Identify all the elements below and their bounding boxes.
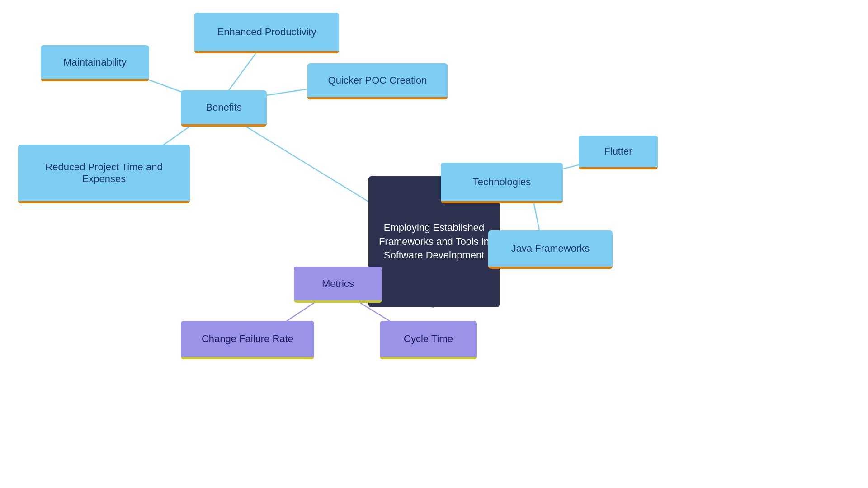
enhanced-productivity-node: Enhanced Productivity <box>194 13 339 53</box>
metrics-node: Metrics <box>294 267 382 303</box>
reduced-project-node: Reduced Project Time and Expenses <box>18 145 190 203</box>
cycle-time-node: Cycle Time <box>380 321 477 359</box>
quicker-poc-node: Quicker POC Creation <box>307 63 448 99</box>
flutter-node: Flutter <box>579 136 658 169</box>
technologies-node: Technologies <box>441 163 563 203</box>
maintainability-node: Maintainability <box>41 45 149 81</box>
change-failure-rate-node: Change Failure Rate <box>181 321 314 359</box>
java-frameworks-node: Java Frameworks <box>488 230 613 269</box>
benefits-node: Benefits <box>181 90 267 127</box>
